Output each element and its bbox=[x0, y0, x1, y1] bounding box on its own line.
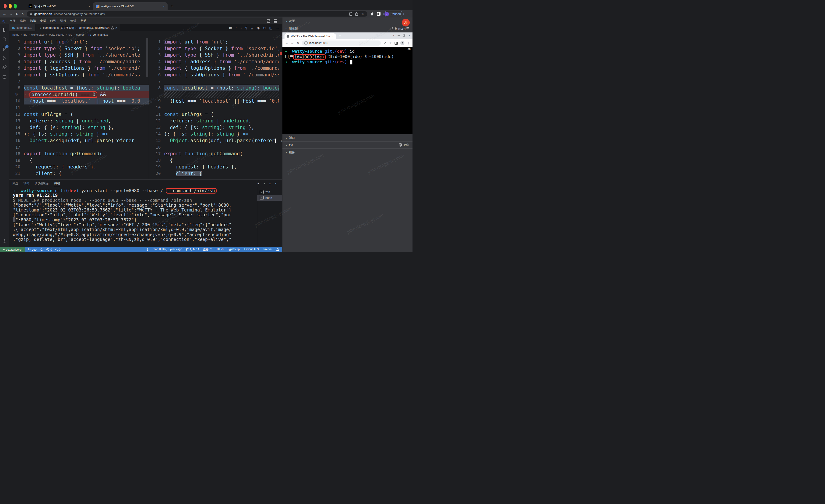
diff-pane-modified[interactable]: 1import url from 'url';2import type { So… bbox=[149, 38, 279, 179]
settings-section-header[interactable]: › 设置 bbox=[283, 17, 412, 25]
bookmark-star-icon[interactable]: ☆ bbox=[389, 41, 392, 45]
close-tab-icon[interactable]: × bbox=[332, 35, 334, 38]
browser-menu-icon[interactable]: ⋮ bbox=[406, 12, 410, 16]
close-tab-icon[interactable]: × bbox=[115, 26, 117, 30]
status-item[interactable]: Cian Butler, 3 years ago bbox=[153, 248, 182, 252]
embed-tab-wetty[interactable]: WeTTY - The Web Terminal Emulator × bbox=[285, 33, 336, 39]
restore-icon[interactable] bbox=[403, 34, 405, 36]
minimize-icon[interactable]: — bbox=[397, 34, 400, 36]
breadcrumb-item[interactable]: home bbox=[12, 33, 19, 36]
profile-avatar-icon[interactable] bbox=[400, 41, 404, 45]
info-icon[interactable]: i bbox=[304, 41, 308, 45]
breadcrumb-file[interactable]: command.ts bbox=[93, 33, 108, 36]
new-terminal-icon[interactable]: + bbox=[257, 182, 259, 185]
compare-icon[interactable]: ◉ bbox=[257, 26, 260, 30]
split-editor-icon[interactable]: ◫ bbox=[269, 26, 272, 30]
tab-search-chevron-icon[interactable]: ∨ bbox=[393, 34, 394, 36]
extensions-icon[interactable] bbox=[2, 65, 7, 70]
breadcrumb-item[interactable]: server bbox=[76, 33, 84, 36]
menu-item-文件[interactable]: 文件 bbox=[8, 18, 18, 24]
close-tab-icon[interactable]: × bbox=[163, 5, 165, 8]
close-panel-icon[interactable]: × bbox=[275, 182, 277, 185]
zoom-window-button[interactable] bbox=[14, 4, 17, 8]
status-item[interactable]: 空格: 2 bbox=[203, 248, 212, 252]
reload-icon[interactable]: ↻ bbox=[297, 41, 299, 45]
sidebar-toggle-icon[interactable] bbox=[377, 12, 380, 16]
breadcrumb-item[interactable]: workspace bbox=[31, 33, 45, 36]
sidebar-toggle-icon[interactable] bbox=[394, 41, 398, 45]
wetty-settings-gears-icon[interactable]: ⚙⚙ bbox=[407, 47, 410, 51]
share-icon[interactable] bbox=[355, 12, 358, 16]
source-control-icon[interactable]: 2 bbox=[2, 46, 7, 51]
browser-tab-project[interactable]: ‹t› 项目 - CloudIDE × bbox=[26, 2, 93, 10]
diff-pane-original[interactable]: 1import url from 'url';2import type { So… bbox=[9, 38, 149, 179]
new-tab-button[interactable]: + bbox=[171, 3, 173, 8]
services-section-header[interactable]: › 服务 bbox=[283, 149, 412, 252]
sync-changes-item[interactable] bbox=[40, 248, 43, 251]
share-icon[interactable] bbox=[383, 41, 386, 45]
profile-chip[interactable]: J Paused bbox=[383, 11, 403, 17]
prev-change-icon[interactable]: ↑ bbox=[235, 26, 237, 30]
panel-tab-输出[interactable]: 输出 bbox=[23, 180, 29, 187]
breadcrumb-item[interactable]: src bbox=[68, 33, 72, 36]
back-icon[interactable]: ← bbox=[3, 12, 6, 16]
settings-gear-icon[interactable] bbox=[2, 239, 7, 244]
forward-icon[interactable]: → bbox=[9, 12, 13, 16]
problems-item[interactable]: 0 0 bbox=[46, 248, 60, 251]
panel-tab-问题[interactable]: 问题 bbox=[12, 180, 18, 187]
menu-item-编辑[interactable]: 编辑 bbox=[18, 18, 28, 24]
search-icon[interactable] bbox=[2, 37, 7, 41]
extensions-puzzle-icon[interactable] bbox=[370, 12, 374, 16]
back-icon[interactable]: ← bbox=[285, 41, 288, 45]
run-debug-icon[interactable] bbox=[2, 56, 7, 61]
embed-new-tab-icon[interactable]: + bbox=[339, 33, 341, 38]
menu-item-查看[interactable]: 查看 bbox=[38, 18, 48, 24]
maximize-panel-icon[interactable]: ∧ bbox=[269, 182, 271, 185]
status-item[interactable]: Layout: U.S. bbox=[244, 248, 259, 252]
editor-tab-command-ts[interactable]: TS command.ts bbox=[9, 24, 35, 31]
editor-tab-diff[interactable]: TS command.ts (17b75c98) ↔ command.ts (d… bbox=[35, 24, 121, 31]
close-icon[interactable]: × bbox=[408, 33, 410, 37]
terminal-instance-zsh[interactable]: ›zsh bbox=[257, 189, 282, 195]
open-new-window-button[interactable]: 新窗口打开 bbox=[390, 27, 409, 31]
status-item[interactable]: UTF-8 bbox=[216, 248, 224, 252]
reload-icon[interactable]: ↻ bbox=[16, 12, 19, 16]
breadcrumb-item[interactable]: wetty-source bbox=[49, 33, 64, 36]
breadcrumb[interactable]: home›ide›workspace›wetty-source›src›serv… bbox=[9, 31, 282, 38]
clipboard-icon[interactable] bbox=[349, 12, 352, 16]
panel-tab-调试控制台[interactable]: 调试控制台 bbox=[34, 180, 49, 187]
breadcrumb-item[interactable]: ide bbox=[23, 33, 27, 36]
next-change-icon[interactable]: ↓ bbox=[240, 26, 242, 30]
git-section-header[interactable]: › Git 克隆 bbox=[283, 141, 412, 149]
database-icon[interactable] bbox=[2, 75, 7, 79]
status-item[interactable]: TypeScript bbox=[227, 248, 240, 252]
whitespace-icon[interactable]: ¶ bbox=[245, 26, 247, 30]
explorer-files-icon[interactable] bbox=[2, 27, 7, 32]
menu-item-运行[interactable]: 运行 bbox=[58, 18, 68, 24]
toggle-layout-icon[interactable] bbox=[267, 19, 270, 23]
address-bar[interactable]: go.titanide.cn /ide/web/coding/wetty-sou… bbox=[27, 11, 367, 17]
overview-ruler[interactable] bbox=[279, 38, 282, 179]
remote-indicator[interactable]: >< go.titanide.cn bbox=[0, 247, 25, 252]
ignore-trim-icon[interactable]: ⊘ bbox=[263, 26, 266, 30]
open-changes-icon[interactable]: ⇄ bbox=[229, 26, 232, 30]
menu-item-帮助[interactable]: 帮助 bbox=[78, 18, 89, 24]
close-tab-icon[interactable]: × bbox=[88, 5, 90, 8]
clone-button[interactable]: 克隆 bbox=[399, 143, 409, 147]
panel-tab-终端[interactable]: 终端 bbox=[54, 180, 60, 187]
git-branch-item[interactable]: dev* bbox=[28, 248, 37, 251]
user-avatar[interactable]: 邓 bbox=[402, 19, 410, 26]
terminal-dropdown-icon[interactable]: ∨ bbox=[263, 182, 265, 185]
inline-view-icon[interactable]: ◎ bbox=[251, 26, 253, 30]
browser-section-header[interactable]: › 浏览器 新窗口打开 bbox=[283, 25, 412, 32]
status-item[interactable]: 行 8, 列 19 bbox=[186, 248, 199, 252]
ports-section-header[interactable]: › 端口 bbox=[283, 134, 412, 141]
browser-tab-wetty-source[interactable]: wetty-source - CloudIDE × bbox=[93, 2, 167, 10]
bookmark-star-icon[interactable]: ☆ bbox=[361, 12, 364, 16]
embed-menu-icon[interactable]: ⋮ bbox=[407, 41, 410, 45]
panel-restore-chevron[interactable]: › bbox=[281, 139, 282, 143]
menu-item-选择[interactable]: 选择 bbox=[28, 18, 38, 24]
notifications-bell-icon[interactable] bbox=[276, 248, 279, 251]
customize-layout-icon[interactable] bbox=[274, 19, 277, 23]
menu-item-终端[interactable]: 终端 bbox=[68, 18, 78, 24]
